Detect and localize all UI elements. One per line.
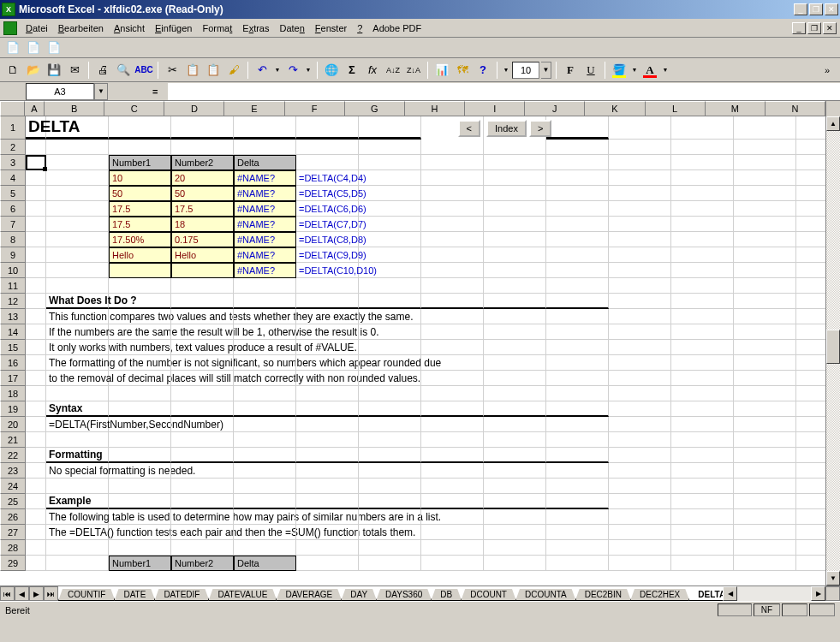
cell[interactable] (609, 417, 671, 432)
cell[interactable] (421, 371, 484, 386)
row-header[interactable]: 14 (0, 324, 26, 340)
cell[interactable] (484, 525, 546, 540)
cell[interactable]: 17.5 (171, 201, 234, 217)
cell[interactable] (421, 448, 484, 463)
cell[interactable] (171, 401, 234, 417)
tab-last-icon[interactable]: ⏭ (44, 586, 58, 601)
col-header[interactable]: G (345, 101, 405, 116)
cell[interactable] (171, 540, 234, 556)
tab-prev-icon[interactable]: ◀ (15, 586, 29, 601)
cell[interactable] (171, 340, 234, 355)
menu-view[interactable]: Ansicht (109, 21, 150, 35)
cell[interactable] (359, 186, 421, 201)
cell[interactable] (796, 170, 825, 186)
cell[interactable] (234, 278, 296, 294)
col-header[interactable]: A (25, 101, 45, 116)
sheet-tab[interactable]: DAVERAGE (276, 589, 342, 601)
cell[interactable] (546, 247, 609, 263)
cell[interactable] (546, 186, 609, 201)
cell[interactable] (296, 494, 359, 509)
cell[interactable] (26, 371, 46, 386)
row-header[interactable]: 3 (0, 155, 26, 170)
row-header[interactable]: 5 (0, 186, 26, 201)
cell[interactable] (109, 324, 171, 340)
cell[interactable]: to the removal of decimal places will st… (46, 371, 109, 386)
cell[interactable] (796, 509, 825, 525)
cell[interactable] (484, 324, 546, 340)
cell[interactable]: 18 (171, 217, 234, 232)
sheet-tab[interactable]: DB (431, 589, 462, 601)
cell[interactable] (484, 294, 546, 309)
nav-prev-button[interactable]: < (458, 120, 480, 137)
redo-icon[interactable]: ↷ (283, 61, 302, 80)
cell[interactable] (26, 340, 46, 355)
horizontal-scrollbar[interactable]: ◀ ▶ (723, 586, 825, 601)
cell[interactable] (234, 116, 296, 140)
cell[interactable] (734, 525, 796, 540)
row-header[interactable]: 23 (0, 463, 26, 479)
col-header[interactable]: M (706, 101, 766, 116)
sheet-tab[interactable]: DATE (114, 589, 155, 601)
cell[interactable]: Delta (234, 556, 296, 571)
cell[interactable] (546, 386, 609, 401)
col-header[interactable]: N (766, 101, 825, 116)
cell[interactable] (109, 463, 171, 479)
cell[interactable] (546, 540, 609, 556)
select-all-corner[interactable] (0, 101, 25, 116)
cell[interactable] (484, 401, 546, 417)
new-icon[interactable]: 🗋 (3, 61, 22, 80)
cell[interactable] (671, 116, 734, 140)
row-header[interactable]: 6 (0, 201, 26, 217)
cell[interactable] (546, 432, 609, 448)
cell[interactable] (26, 186, 46, 201)
cell[interactable] (26, 155, 46, 170)
cell[interactable] (671, 401, 734, 417)
cell[interactable] (484, 140, 546, 155)
cell[interactable]: This function compares two values and te… (46, 309, 109, 324)
cell[interactable] (796, 463, 825, 479)
cell[interactable] (171, 116, 234, 140)
cell[interactable]: The formatting of the number is not sign… (46, 355, 109, 371)
cell[interactable] (26, 247, 46, 263)
cell[interactable] (234, 340, 296, 355)
cell[interactable] (671, 186, 734, 201)
cell[interactable] (671, 494, 734, 509)
tab-first-icon[interactable]: ⏮ (0, 586, 15, 601)
cell[interactable] (609, 116, 671, 140)
cell[interactable] (359, 371, 421, 386)
autosum-icon[interactable]: Σ (343, 61, 361, 80)
cell[interactable] (359, 278, 421, 294)
cell[interactable] (484, 247, 546, 263)
row-header[interactable]: 20 (0, 417, 26, 432)
row-header[interactable]: 4 (0, 170, 26, 186)
paste-icon[interactable]: 📋 (204, 61, 223, 80)
cell[interactable] (734, 232, 796, 247)
cell[interactable]: =DELTA(C8,D8) (296, 232, 359, 247)
scroll-up-icon[interactable]: ▲ (826, 116, 840, 131)
name-box[interactable]: A3 (26, 83, 94, 100)
cell[interactable] (796, 294, 825, 309)
cell[interactable]: < (421, 116, 484, 140)
cell[interactable]: 17.5 (109, 217, 171, 232)
cell[interactable] (26, 232, 46, 247)
cell[interactable]: 17.5 (109, 201, 171, 217)
cell[interactable]: =DELTA(C6,D6) (296, 201, 359, 217)
cell[interactable] (421, 432, 484, 448)
cell[interactable]: Index> (484, 116, 546, 140)
cell[interactable] (671, 432, 734, 448)
scroll-left-icon[interactable]: ◀ (723, 586, 737, 601)
cell[interactable] (734, 386, 796, 401)
doc-close-button[interactable]: ✕ (823, 22, 837, 34)
cell[interactable] (109, 417, 171, 432)
cell[interactable] (796, 116, 825, 140)
cell[interactable] (234, 140, 296, 155)
cell[interactable] (734, 417, 796, 432)
cell[interactable] (46, 186, 109, 201)
cell[interactable] (296, 479, 359, 494)
cell[interactable] (46, 247, 109, 263)
cell[interactable] (421, 294, 484, 309)
cell[interactable] (546, 448, 609, 463)
cell[interactable]: Syntax (46, 401, 109, 417)
cell[interactable] (296, 355, 359, 371)
email-icon[interactable]: ✉ (65, 61, 84, 80)
